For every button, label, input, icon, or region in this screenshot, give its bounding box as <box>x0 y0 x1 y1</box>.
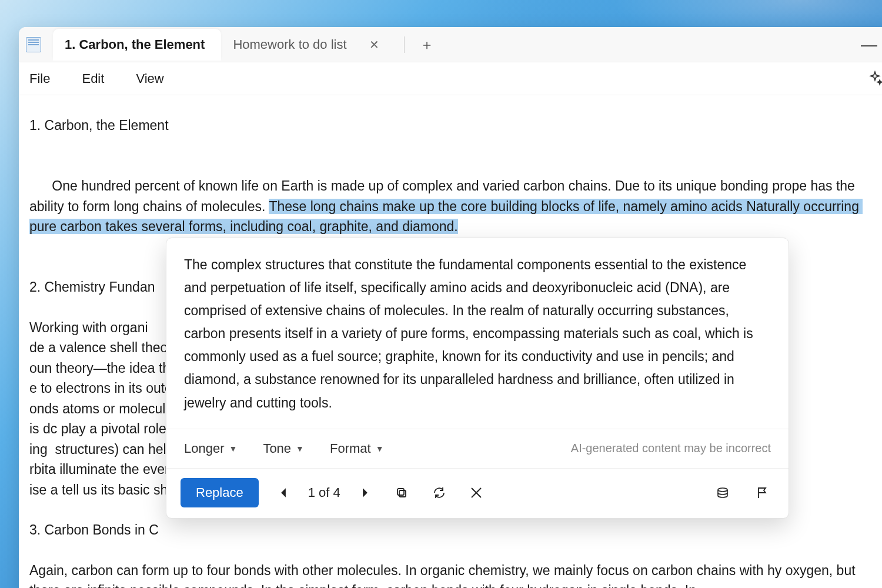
tab-carbon[interactable]: 1. Carbon, the Element <box>53 29 221 61</box>
tone-label: Tone <box>263 441 291 456</box>
menu-edit[interactable]: Edit <box>82 71 104 86</box>
regenerate-icon[interactable] <box>427 482 451 503</box>
close-icon[interactable]: ✕ <box>366 36 383 53</box>
doc-heading-1: 1. Carbon, the Element <box>29 115 878 136</box>
tab-separator <box>404 36 405 53</box>
chevron-down-icon: ▼ <box>229 444 238 453</box>
menu-view[interactable]: View <box>136 71 163 86</box>
svg-rect-1 <box>397 489 404 495</box>
length-label: Longer <box>184 441 225 456</box>
app-icon <box>26 37 41 52</box>
notepad-window: 1. Carbon, the Element Homework to do li… <box>19 27 882 588</box>
chevron-down-icon: ▼ <box>376 444 384 453</box>
ai-rewrite-popup: The complex structures that constitute t… <box>166 238 789 519</box>
menubar: File Edit View <box>19 62 882 95</box>
chevron-down-icon: ▼ <box>296 444 304 453</box>
ai-options-row: Longer ▼ Tone ▼ Format ▼ AI-generated co… <box>166 429 789 469</box>
svg-rect-0 <box>399 490 406 497</box>
close-icon[interactable] <box>465 483 487 503</box>
ai-disclaimer: AI-generated content may be incorrect <box>571 442 771 455</box>
next-suggestion-button[interactable] <box>355 484 376 502</box>
ai-suggestion-text: The complex structures that constitute t… <box>166 238 789 429</box>
new-tab-button[interactable]: ＋ <box>412 32 442 58</box>
svg-point-4 <box>718 488 727 492</box>
pager-text: 1 of 4 <box>308 485 340 500</box>
ai-sparkle-icon[interactable] <box>867 71 882 87</box>
doc-paragraph-3: Again, carbon can form up to four bonds … <box>29 560 878 589</box>
format-label: Format <box>330 441 371 456</box>
tab-title: Homework to do list <box>233 37 346 52</box>
prev-suggestion-button[interactable] <box>273 484 294 502</box>
tab-title: 1. Carbon, the Element <box>65 37 205 52</box>
doc-heading-3: 3. Carbon Bonds in C <box>29 520 878 540</box>
format-dropdown[interactable]: Format ▼ <box>330 441 384 456</box>
tone-dropdown[interactable]: Tone ▼ <box>263 441 304 456</box>
titlebar: 1. Carbon, the Element Homework to do li… <box>19 27 882 62</box>
minimize-button[interactable]: — <box>861 35 882 54</box>
flag-icon[interactable] <box>751 482 774 503</box>
length-dropdown[interactable]: Longer ▼ <box>184 441 237 456</box>
tab-homework[interactable]: Homework to do list ✕ <box>221 29 399 61</box>
copy-icon[interactable] <box>390 482 413 503</box>
replace-button[interactable]: Replace <box>181 478 259 507</box>
stack-icon[interactable] <box>711 482 734 503</box>
menu-file[interactable]: File <box>29 71 50 86</box>
ai-actions-row: Replace 1 of 4 <box>166 469 789 518</box>
